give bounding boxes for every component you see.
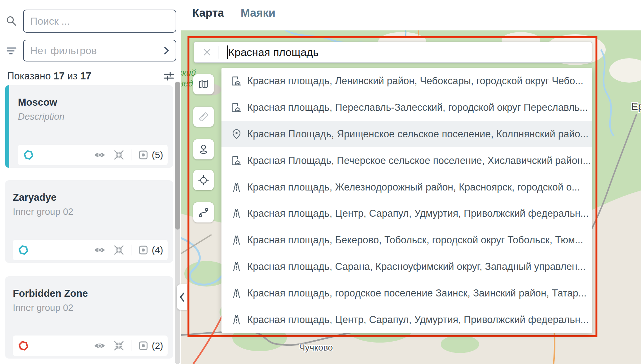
tab-map[interactable]: Карта — [192, 6, 224, 19]
road-icon — [230, 314, 243, 326]
group-description: Description — [18, 111, 167, 122]
map-label-right: Ер — [631, 101, 641, 112]
building-icon — [230, 101, 243, 114]
sidebar: Нет фильтров Показано 17 из 17 Moscow De… — [0, 0, 181, 364]
fit-to-bounds-icon[interactable] — [113, 150, 124, 160]
filter-selector[interactable]: Нет фильтров — [23, 40, 176, 61]
result-row[interactable]: Красная площадь, Сарана, Красноуфимский … — [221, 254, 592, 280]
map-search-bar[interactable]: Красная площадь — [194, 42, 592, 63]
text-cursor — [227, 45, 228, 59]
ruler-icon — [198, 111, 209, 123]
group-card-moscow[interactable]: Moscow Description (5) — [5, 85, 173, 168]
map-label-left-2: вед — [181, 79, 193, 88]
selected-accent-bar — [5, 85, 9, 168]
result-row[interactable]: Красная Площадь, Печерское сельское посе… — [221, 147, 592, 174]
scrollbar-thumb[interactable] — [175, 82, 180, 230]
fit-to-bounds-icon[interactable] — [113, 245, 124, 255]
geocoder-results-panel: Красная площадь, Ленинский район, Чебокс… — [221, 68, 592, 333]
group-title: Moscow — [18, 97, 167, 108]
toolbar-layers-button[interactable] — [193, 74, 214, 94]
route-icon — [198, 207, 209, 218]
footer-divider — [131, 340, 131, 351]
chevron-left-icon — [179, 291, 186, 303]
sidebar-search-input[interactable] — [23, 10, 176, 33]
shown-counter: Показано 17 из 17 — [7, 70, 174, 82]
object-count: (2) — [152, 341, 163, 351]
sidebar-collapse-button[interactable] — [177, 284, 187, 310]
result-row[interactable]: Красная площадь, городское поселение Заи… — [221, 280, 592, 306]
fit-to-bounds-icon[interactable] — [113, 340, 124, 351]
geozone-square-icon[interactable] — [138, 340, 149, 351]
result-row[interactable]: Красная площадь, Ленинский район, Чебокс… — [221, 68, 592, 94]
folded-map-icon — [198, 80, 209, 89]
result-row-highlighted[interactable]: Красная Площадь, Ярищенское сельское пос… — [221, 121, 592, 148]
search-bar-divider — [219, 46, 219, 59]
group-description: Inner group 02 — [13, 303, 167, 313]
result-row[interactable]: Красная площадь, Переславль-Залесский, г… — [221, 94, 592, 121]
group-card-forbidden-zone[interactable]: Forbidden Zone Inner group 02 (2) — [5, 276, 173, 359]
building-icon — [230, 155, 243, 167]
toolbar-locate-button[interactable] — [193, 170, 214, 190]
result-row[interactable]: Красная площадь, Бекерово, Тобольск, гор… — [221, 227, 592, 254]
sidebar-scrollbar[interactable] — [175, 82, 180, 364]
shown-count: 17 — [54, 70, 64, 82]
filter-placeholder: Нет фильтров — [30, 45, 162, 57]
shown-total: 17 — [80, 70, 91, 82]
road-icon — [230, 207, 243, 220]
toolbar-placemark-button[interactable] — [193, 139, 214, 159]
road-icon — [230, 261, 243, 273]
map-search-value[interactable]: Красная площадь — [228, 46, 319, 59]
footer-divider — [131, 150, 131, 160]
road-icon — [230, 287, 243, 299]
toolbar-route-button[interactable] — [193, 202, 214, 222]
group-card-footer: (4) — [13, 240, 168, 260]
visibility-eye-icon[interactable] — [94, 340, 105, 351]
hexagon-shape-icon — [18, 340, 29, 351]
result-row[interactable]: Красная площадь, Центр, Сарапул, Удмурти… — [221, 200, 592, 227]
placemark-icon — [198, 144, 209, 155]
group-card-zaryadye[interactable]: Zaryadye Inner group 02 (4) — [5, 180, 173, 263]
hexagon-shape-icon — [18, 245, 29, 255]
locate-crosshair-icon — [198, 174, 209, 186]
road-icon — [230, 234, 243, 246]
search-icon — [6, 15, 17, 27]
building-icon — [230, 75, 243, 87]
map-pin-icon — [230, 128, 243, 140]
visibility-eye-icon[interactable] — [94, 150, 105, 160]
road-icon — [230, 181, 243, 193]
close-icon[interactable] — [201, 46, 213, 59]
view-tabs: Карта Маяки — [192, 6, 275, 19]
result-row[interactable]: Красная площадь, Центр, Сарапул, Удмурти… — [221, 306, 592, 333]
group-title: Forbidden Zone — [13, 288, 167, 299]
toolbar-ruler-button[interactable] — [193, 107, 214, 127]
visibility-eye-icon[interactable] — [94, 245, 105, 255]
object-count: (5) — [152, 150, 163, 160]
result-row[interactable]: Красная площадь, Железнодорожный район, … — [221, 174, 592, 200]
chevron-right-icon — [162, 45, 171, 56]
map-label-chuchkovo: Чучково — [299, 343, 333, 352]
shown-of: из — [67, 70, 78, 82]
geozone-square-icon[interactable] — [138, 150, 149, 160]
geozone-square-icon[interactable] — [138, 245, 149, 255]
group-card-footer: (5) — [18, 145, 168, 165]
hexagon-shape-icon — [23, 150, 34, 160]
tab-beacons[interactable]: Маяки — [241, 6, 276, 19]
list-settings-sliders-icon[interactable] — [163, 71, 174, 82]
group-title: Zaryadye — [13, 192, 167, 203]
object-count: (4) — [152, 245, 163, 255]
group-card-footer: (2) — [13, 336, 168, 356]
shown-label: Показано — [7, 70, 51, 82]
filter-icon — [6, 45, 17, 57]
group-description: Inner group 02 — [13, 206, 167, 217]
footer-divider — [131, 245, 131, 255]
